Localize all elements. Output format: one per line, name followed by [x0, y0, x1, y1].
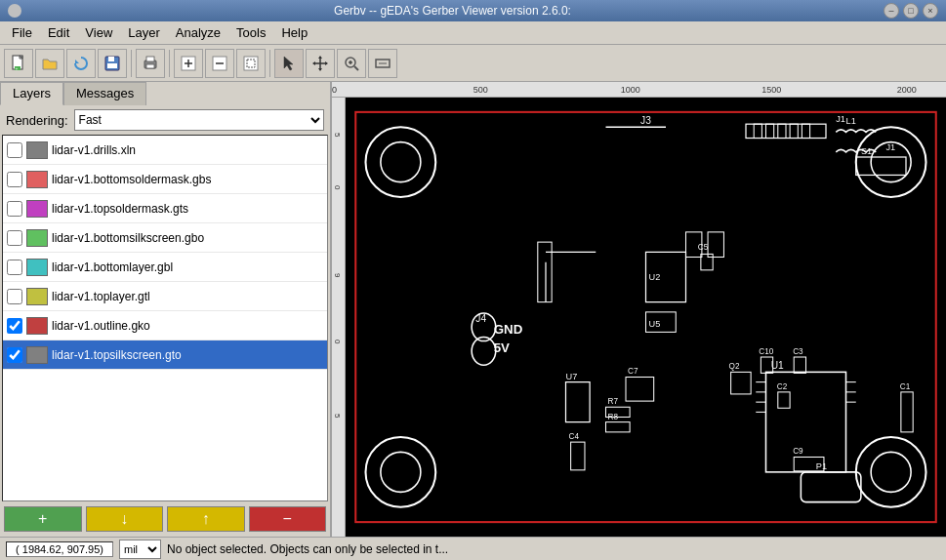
svg-marker-25 [312, 61, 315, 65]
layer-name-6: lidar-v1.toplayer.gtl [52, 290, 150, 303]
svg-rect-83 [901, 392, 913, 432]
window-controls: – □ × [884, 3, 938, 19]
svg-point-39 [381, 452, 421, 492]
remove-layer-btn[interactable]: − [249, 506, 327, 532]
svg-rect-75 [731, 372, 752, 394]
svg-text:S1: S1 [861, 146, 872, 156]
layer-check-8[interactable] [7, 347, 22, 363]
svg-text:U7: U7 [566, 372, 578, 381]
layer-row-2[interactable]: lidar-v1.bottomsoldermask.gbs [3, 165, 327, 194]
move-up-btn[interactable]: ↑ [167, 506, 245, 532]
layer-check-7[interactable] [7, 318, 22, 334]
ruler-left: 5 0 9 0 5 [332, 98, 346, 537]
menu-tools[interactable]: Tools [228, 23, 273, 42]
svg-point-36 [856, 127, 926, 197]
layer-check-4[interactable] [7, 230, 22, 246]
svg-point-34 [366, 127, 436, 197]
layer-color-6 [26, 288, 48, 305]
tab-messages[interactable]: Messages [63, 82, 146, 105]
layer-row-5[interactable]: lidar-v1.bottomlayer.gbl [3, 253, 327, 282]
svg-rect-64 [701, 254, 713, 269]
svg-text:C9: C9 [793, 447, 803, 456]
close-btn[interactable]: × [923, 3, 938, 19]
svg-rect-8 [108, 57, 114, 61]
svg-point-41 [871, 452, 911, 492]
layer-name-8: lidar-v1.topsilkscreen.gto [52, 348, 182, 362]
menu-file[interactable]: File [4, 23, 40, 42]
svg-point-40 [856, 437, 926, 507]
svg-text:P1: P1 [816, 461, 827, 471]
svg-text:R7: R7 [608, 397, 619, 406]
fit-btn[interactable] [236, 49, 266, 78]
titlebar: Gerbv -- gEDA's Gerber Viewer version 2.… [0, 0, 946, 21]
pcb-area[interactable]: 5 0 9 0 5 [332, 98, 946, 537]
svg-rect-11 [146, 57, 154, 61]
move-btn[interactable] [306, 49, 335, 78]
statusbar: ( 1984.62, 907.95) mil mm inch No object… [0, 537, 946, 560]
unit-select[interactable]: mil mm inch [119, 540, 161, 559]
print-btn[interactable] [136, 49, 165, 78]
menubar: File Edit View Layer Analyze Tools Help [0, 21, 946, 45]
add-layer-btn[interactable]: + [4, 506, 82, 532]
svg-text:U2: U2 [649, 272, 661, 282]
layer-check-2[interactable] [7, 172, 22, 187]
layer-color-3 [26, 200, 48, 218]
layer-check-3[interactable] [7, 201, 22, 217]
os-circle[interactable] [8, 4, 21, 18]
menu-analyze[interactable]: Analyze [168, 23, 228, 42]
layer-color-5 [26, 259, 48, 276]
svg-rect-18 [244, 57, 258, 70]
layer-row-8[interactable]: lidar-v1.topsilkscreen.gto [3, 340, 327, 370]
open-btn[interactable] [35, 49, 64, 78]
zoom-in-btn[interactable] [174, 49, 203, 78]
tab-layers[interactable]: Layers [0, 82, 63, 105]
toolbar: + [0, 45, 946, 82]
layer-row-1[interactable]: lidar-v1.drills.xln [3, 136, 327, 165]
svg-marker-20 [284, 57, 293, 70]
sep3 [269, 50, 270, 77]
layer-color-2 [26, 171, 48, 188]
layer-check-1[interactable] [7, 142, 22, 158]
layer-name-5: lidar-v1.bottomlayer.gbl [52, 260, 173, 274]
svg-rect-81 [778, 392, 790, 408]
menu-edit[interactable]: Edit [40, 23, 77, 42]
layer-check-5[interactable] [7, 260, 22, 275]
svg-rect-97 [801, 472, 861, 502]
measure-btn[interactable] [368, 49, 397, 78]
menu-help[interactable]: Help [273, 23, 315, 42]
svg-rect-46 [766, 124, 774, 138]
reload-btn[interactable] [66, 49, 96, 78]
layer-buttons: + ↓ ↑ − [0, 501, 330, 537]
layer-check-6[interactable] [7, 289, 22, 304]
layer-row-4[interactable]: lidar-v1.bottomsilkscreen.gbo [3, 223, 327, 253]
svg-text:U5: U5 [649, 319, 661, 329]
layer-name-2: lidar-v1.bottomsoldermask.gbs [52, 173, 211, 186]
layer-name-4: lidar-v1.bottomsilkscreen.gbo [52, 231, 204, 245]
zoom-out-btn[interactable] [205, 49, 234, 78]
rendering-select[interactable]: Fast Normal High Quality [74, 109, 324, 131]
layer-row-3[interactable]: lidar-v1.topsoldermask.gts [3, 194, 327, 223]
svg-text:+: + [16, 64, 19, 70]
layer-row-7[interactable]: lidar-v1.outline.gko [3, 311, 327, 340]
svg-rect-53 [856, 157, 906, 175]
zoom-area-btn[interactable] [337, 49, 366, 78]
pcb-canvas[interactable]: J3 J1 L1 J1 S [346, 98, 946, 537]
layer-row-6[interactable]: lidar-v1.toplayer.gtl [3, 282, 327, 311]
move-down-btn[interactable]: ↓ [86, 506, 164, 532]
coordinates: ( 1984.62, 907.95) [6, 541, 113, 557]
svg-text:C1: C1 [900, 382, 911, 391]
new-btn[interactable]: + [4, 49, 33, 78]
menu-layer[interactable]: Layer [120, 23, 168, 42]
pointer-btn[interactable] [274, 49, 304, 78]
layer-color-8 [26, 346, 48, 364]
svg-rect-49 [802, 124, 809, 138]
maximize-btn[interactable]: □ [903, 3, 919, 19]
layers-list[interactable]: lidar-v1.drills.xln lidar-v1.bottomsolde… [2, 135, 328, 501]
layer-name-7: lidar-v1.outline.gko [52, 319, 150, 333]
svg-marker-23 [318, 56, 322, 59]
minimize-btn[interactable]: – [884, 3, 899, 19]
save-btn[interactable] [98, 49, 127, 78]
menu-view[interactable]: View [77, 23, 120, 42]
sep1 [131, 50, 132, 77]
layer-name-3: lidar-v1.topsoldermask.gts [52, 202, 188, 216]
